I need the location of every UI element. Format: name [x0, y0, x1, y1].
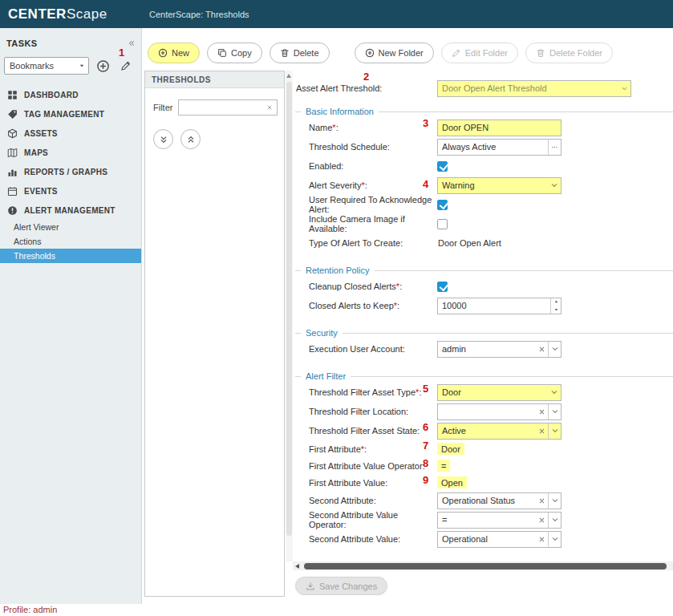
- new-folder-button[interactable]: New Folder: [355, 43, 434, 63]
- second-attribute-value-operator-combo[interactable]: =: [437, 512, 562, 529]
- panel-title: THRESHOLDS: [145, 71, 284, 88]
- sidebar-subitem-thresholds[interactable]: Thresholds: [0, 249, 141, 263]
- name-input[interactable]: Door OPEN: [437, 120, 562, 136]
- form-row: Cleanup Closed Alerts*:: [295, 277, 673, 296]
- include-camera-image-if-available-checkbox[interactable]: [437, 219, 448, 229]
- filter-input[interactable]: [178, 99, 278, 116]
- copy-button[interactable]: Copy: [207, 43, 262, 63]
- sidebar-nav: DASHBOARDTAG MANAGEMENTASSETSMAPSREPORTS…: [0, 85, 141, 220]
- threshold-filter-location-combo[interactable]: [437, 403, 562, 420]
- sidebar-item-maps[interactable]: MAPS: [0, 143, 141, 162]
- delete-button[interactable]: Delete: [270, 43, 330, 63]
- sidebar-item-assets[interactable]: ASSETS: [0, 124, 141, 143]
- second-attribute-combo[interactable]: Operational Status: [437, 492, 562, 509]
- user-required-to-acknowledge-alert-checkbox[interactable]: [437, 200, 448, 210]
- spin-up-button[interactable]: [551, 298, 561, 306]
- execution-user-account-combo[interactable]: admin: [437, 341, 562, 358]
- asset-alert-threshold-select[interactable]: Door Open Alert Threshold: [437, 80, 631, 97]
- spin-down-button[interactable]: [551, 306, 561, 314]
- profile-status: Profile: admin: [3, 605, 57, 614]
- required-marker: *: [416, 387, 419, 397]
- clear-button[interactable]: [535, 493, 548, 509]
- horizontal-scroll-thumb[interactable]: [304, 563, 667, 569]
- dropdown-button[interactable]: [548, 178, 561, 193]
- annotation-8: 8: [423, 457, 428, 469]
- second-attribute-value-combo[interactable]: Operational: [437, 531, 562, 548]
- sidebar-subitem-alert-viewer[interactable]: Alert Viewer: [0, 220, 141, 234]
- closed-alerts-to-keep-input[interactable]: 10000: [437, 298, 562, 314]
- section-legend: Basic Information: [301, 107, 379, 116]
- caret-down-icon: [553, 307, 559, 312]
- field-value: =: [438, 515, 535, 525]
- first-attribute-value-value[interactable]: Open: [437, 476, 467, 488]
- vertical-scrollbar[interactable]: [286, 71, 293, 561]
- field-label: Type Of Alert To Create:: [309, 238, 437, 248]
- copy-icon: [217, 48, 227, 58]
- expand-all-button[interactable]: [153, 129, 173, 149]
- clear-button[interactable]: [535, 424, 548, 439]
- threshold-filter-asset-type-select[interactable]: Door: [437, 384, 562, 401]
- clear-filter-icon[interactable]: [266, 104, 273, 111]
- add-bookmark-button[interactable]: [96, 59, 110, 73]
- sidebar-subitem-actions[interactable]: Actions: [0, 234, 141, 249]
- x-icon: [538, 536, 545, 543]
- dropdown-button[interactable]: [548, 493, 561, 509]
- annotation-7: 7: [423, 440, 428, 452]
- dropdown-button[interactable]: [548, 342, 561, 357]
- tasks-title: TASKS: [6, 38, 37, 48]
- annotation-3: 3: [423, 117, 428, 129]
- chevron-down-icon: [551, 535, 559, 543]
- alert-severity-select[interactable]: Warning: [437, 177, 562, 194]
- field-label: Second Attribute:: [309, 496, 437, 505]
- horizontal-scrollbar[interactable]: [293, 561, 673, 570]
- dropdown-button[interactable]: [548, 404, 561, 419]
- collapse-tasks-button[interactable]: [128, 39, 136, 47]
- edit-folder-button[interactable]: Edit Folder: [441, 43, 518, 63]
- cleanup-closed-alerts-checkbox[interactable]: [437, 282, 448, 292]
- asset-alert-threshold-value: Door Open Alert Threshold: [438, 83, 618, 93]
- topbar: CENTERScape CenterScape: Thresholds: [0, 0, 673, 28]
- clear-button[interactable]: [535, 404, 548, 419]
- enabled-checkbox[interactable]: [437, 161, 448, 172]
- threshold-filter-asset-state-combo[interactable]: Active: [437, 423, 562, 440]
- sidebar-item-label: ALERT MANAGEMENT: [24, 206, 116, 215]
- ellipsis-button[interactable]: [548, 140, 561, 155]
- plus-circle-icon: [96, 59, 110, 73]
- form-row: Second Attribute Value:Operational: [295, 529, 673, 549]
- sidebar-item-dashboard[interactable]: DASHBOARD: [0, 85, 141, 104]
- clear-button[interactable]: [535, 513, 548, 528]
- collapse-all-button[interactable]: [180, 129, 201, 149]
- caret-up-icon: [553, 299, 559, 304]
- field-label: Alert Severity*:: [309, 180, 437, 190]
- form-row: First Attribute*:Door: [295, 440, 673, 457]
- first-attribute-value[interactable]: Door: [437, 443, 464, 455]
- field-label: Closed Alerts to Keep*:: [309, 301, 437, 310]
- scroll-left-arrow-icon[interactable]: [295, 564, 299, 569]
- dropdown-button[interactable]: [548, 513, 561, 528]
- clear-button[interactable]: [535, 342, 548, 357]
- dropdown-button[interactable]: [548, 424, 561, 439]
- vertical-scroll-thumb[interactable]: [286, 82, 292, 536]
- bookmarks-select[interactable]: Bookmarks: [4, 57, 89, 75]
- clear-button[interactable]: [535, 532, 548, 547]
- dropdown-button[interactable]: [548, 532, 561, 547]
- sidebar-item-alert-management[interactable]: ALERT MANAGEMENT: [0, 201, 141, 220]
- section-alert-filter: Alert FilterThreshold Filter Asset Type*…: [295, 371, 673, 552]
- edit-bookmarks-button[interactable]: [120, 60, 132, 71]
- sidebar-item-events[interactable]: EVENTS: [0, 181, 141, 201]
- delete-folder-button[interactable]: Delete Folder: [525, 43, 613, 63]
- sidebar-item-tag-management[interactable]: TAG MANAGEMENT: [0, 104, 141, 124]
- new-button[interactable]: New: [148, 43, 200, 63]
- sidebar-item-reports-graphs[interactable]: REPORTS / GRAPHS: [0, 162, 141, 181]
- dropdown-button[interactable]: [548, 385, 561, 400]
- first-attribute-value-operator-value[interactable]: =: [437, 460, 450, 472]
- section-legend: Alert Filter: [301, 371, 351, 381]
- asset-alert-threshold-row: Asset Alert Threshold: Door Open Alert T…: [296, 79, 673, 97]
- dropdown-button[interactable]: [618, 81, 630, 96]
- threshold-schedule-input[interactable]: Always Active: [437, 139, 562, 156]
- button-label: New Folder: [379, 48, 424, 58]
- save-changes-button[interactable]: Save Changes: [295, 577, 387, 595]
- scroll-up-arrow-icon[interactable]: [286, 74, 291, 78]
- toolbar: NewCopyDeleteNew FolderEdit FolderDelete…: [148, 42, 613, 64]
- assets-icon: [7, 128, 18, 139]
